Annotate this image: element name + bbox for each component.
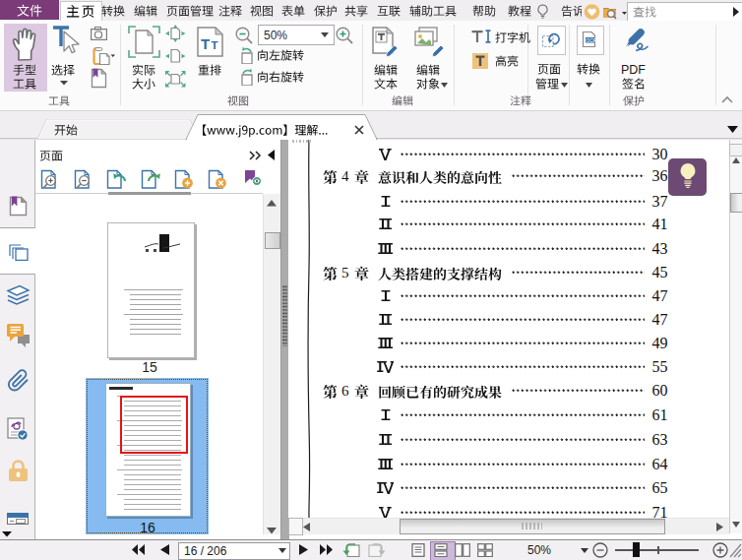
svg-text:T: T — [212, 39, 218, 51]
svg-text:T: T — [201, 35, 210, 52]
svg-text:OCR: OCR — [587, 38, 596, 43]
